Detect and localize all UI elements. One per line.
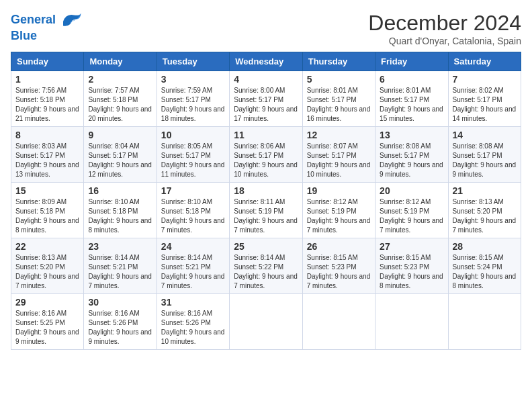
calendar-cell: 3 Sunrise: 7:59 AM Sunset: 5:17 PM Dayli… <box>157 71 229 127</box>
calendar-cell <box>302 294 375 350</box>
day-number: 13 <box>380 130 443 140</box>
calendar-cell: 9 Sunrise: 8:04 AM Sunset: 5:17 PM Dayli… <box>84 127 157 183</box>
day-info: Sunrise: 8:09 AM Sunset: 5:18 PM Dayligh… <box>15 197 79 235</box>
calendar-cell <box>230 294 302 350</box>
day-number: 1 <box>15 74 79 85</box>
calendar-cell: 5 Sunrise: 8:01 AM Sunset: 5:17 PM Dayli… <box>302 71 375 127</box>
calendar-cell: 30 Sunrise: 8:16 AM Sunset: 5:26 PM Dayl… <box>84 294 157 350</box>
day-info: Sunrise: 8:02 AM Sunset: 5:17 PM Dayligh… <box>453 86 517 124</box>
day-number: 20 <box>380 185 443 196</box>
day-number: 10 <box>161 130 225 140</box>
day-info: Sunrise: 8:13 AM Sunset: 5:20 PM Dayligh… <box>15 253 79 291</box>
day-number: 22 <box>15 241 79 252</box>
weekday-header: Wednesday <box>230 52 302 71</box>
calendar-cell: 29 Sunrise: 8:16 AM Sunset: 5:25 PM Dayl… <box>11 294 84 350</box>
weekday-header: Thursday <box>302 52 375 71</box>
calendar-cell <box>448 294 521 350</box>
calendar-cell: 31 Sunrise: 8:16 AM Sunset: 5:26 PM Dayl… <box>157 294 229 350</box>
calendar-cell: 14 Sunrise: 8:08 AM Sunset: 5:17 PM Dayl… <box>448 127 521 183</box>
day-info: Sunrise: 8:01 AM Sunset: 5:17 PM Dayligh… <box>307 86 371 124</box>
calendar-cell: 1 Sunrise: 7:56 AM Sunset: 5:18 PM Dayli… <box>11 71 84 127</box>
calendar-week-row: 29 Sunrise: 8:16 AM Sunset: 5:25 PM Dayl… <box>11 294 521 350</box>
day-info: Sunrise: 8:15 AM Sunset: 5:24 PM Dayligh… <box>453 253 517 291</box>
day-info: Sunrise: 8:14 AM Sunset: 5:21 PM Dayligh… <box>88 253 152 291</box>
day-info: Sunrise: 8:14 AM Sunset: 5:21 PM Dayligh… <box>161 253 225 291</box>
calendar-cell: 8 Sunrise: 8:03 AM Sunset: 5:17 PM Dayli… <box>11 127 84 183</box>
day-info: Sunrise: 8:01 AM Sunset: 5:17 PM Dayligh… <box>380 86 443 124</box>
day-info: Sunrise: 7:57 AM Sunset: 5:18 PM Dayligh… <box>88 86 152 124</box>
day-info: Sunrise: 7:56 AM Sunset: 5:18 PM Dayligh… <box>15 86 79 124</box>
day-number: 18 <box>234 185 298 196</box>
day-number: 21 <box>453 185 517 196</box>
day-number: 30 <box>88 297 152 308</box>
calendar-cell: 23 Sunrise: 8:14 AM Sunset: 5:21 PM Dayl… <box>84 238 157 294</box>
day-number: 15 <box>15 185 79 196</box>
day-info: Sunrise: 8:16 AM Sunset: 5:25 PM Dayligh… <box>15 309 79 347</box>
day-number: 4 <box>234 74 298 85</box>
day-number: 28 <box>453 241 517 252</box>
day-number: 5 <box>307 74 371 85</box>
weekday-header: Monday <box>84 52 157 71</box>
day-info: Sunrise: 8:07 AM Sunset: 5:17 PM Dayligh… <box>307 142 371 179</box>
calendar-table: SundayMondayTuesdayWednesdayThursdayFrid… <box>11 52 521 350</box>
day-info: Sunrise: 8:16 AM Sunset: 5:26 PM Dayligh… <box>161 309 225 347</box>
page-header: General Blue December 2024 Quart d'Onyar… <box>11 11 521 46</box>
day-number: 14 <box>453 130 517 140</box>
day-number: 17 <box>161 185 225 196</box>
calendar-cell: 12 Sunrise: 8:07 AM Sunset: 5:17 PM Dayl… <box>302 127 375 183</box>
calendar-cell <box>375 294 448 350</box>
day-info: Sunrise: 8:16 AM Sunset: 5:26 PM Dayligh… <box>88 309 152 347</box>
weekday-header: Saturday <box>448 52 521 71</box>
day-info: Sunrise: 8:03 AM Sunset: 5:17 PM Dayligh… <box>15 142 79 179</box>
location: Quart d'Onyar, Catalonia, Spain <box>368 36 521 46</box>
calendar-cell: 6 Sunrise: 8:01 AM Sunset: 5:17 PM Dayli… <box>375 71 448 127</box>
calendar-cell: 20 Sunrise: 8:12 AM Sunset: 5:19 PM Dayl… <box>375 183 448 238</box>
calendar-cell: 24 Sunrise: 8:14 AM Sunset: 5:21 PM Dayl… <box>157 238 229 294</box>
day-number: 16 <box>88 185 152 196</box>
calendar-cell: 4 Sunrise: 8:00 AM Sunset: 5:17 PM Dayli… <box>230 71 302 127</box>
weekday-header-row: SundayMondayTuesdayWednesdayThursdayFrid… <box>11 52 521 71</box>
day-number: 19 <box>307 185 371 196</box>
day-info: Sunrise: 8:15 AM Sunset: 5:23 PM Dayligh… <box>380 253 443 291</box>
day-info: Sunrise: 8:08 AM Sunset: 5:17 PM Dayligh… <box>453 142 517 179</box>
day-number: 8 <box>15 130 79 140</box>
day-info: Sunrise: 8:12 AM Sunset: 5:19 PM Dayligh… <box>307 197 371 235</box>
logo: General Blue <box>11 11 82 43</box>
day-info: Sunrise: 8:04 AM Sunset: 5:17 PM Dayligh… <box>88 142 152 179</box>
calendar-week-row: 8 Sunrise: 8:03 AM Sunset: 5:17 PM Dayli… <box>11 127 521 183</box>
weekday-header: Friday <box>375 52 448 71</box>
day-number: 3 <box>161 74 225 85</box>
day-info: Sunrise: 8:10 AM Sunset: 5:18 PM Dayligh… <box>88 197 152 235</box>
calendar-cell: 26 Sunrise: 8:15 AM Sunset: 5:23 PM Dayl… <box>302 238 375 294</box>
calendar-cell: 25 Sunrise: 8:14 AM Sunset: 5:22 PM Dayl… <box>230 238 302 294</box>
day-info: Sunrise: 8:06 AM Sunset: 5:17 PM Dayligh… <box>234 142 298 179</box>
day-number: 2 <box>88 74 152 85</box>
weekday-header: Sunday <box>11 52 84 71</box>
calendar-cell: 15 Sunrise: 8:09 AM Sunset: 5:18 PM Dayl… <box>11 183 84 238</box>
day-number: 12 <box>307 130 371 140</box>
calendar-week-row: 1 Sunrise: 7:56 AM Sunset: 5:18 PM Dayli… <box>11 71 521 127</box>
calendar-cell: 27 Sunrise: 8:15 AM Sunset: 5:23 PM Dayl… <box>375 238 448 294</box>
calendar-cell: 28 Sunrise: 8:15 AM Sunset: 5:24 PM Dayl… <box>448 238 521 294</box>
calendar-week-row: 15 Sunrise: 8:09 AM Sunset: 5:18 PM Dayl… <box>11 183 521 238</box>
calendar-cell: 19 Sunrise: 8:12 AM Sunset: 5:19 PM Dayl… <box>302 183 375 238</box>
day-number: 29 <box>15 297 79 308</box>
calendar-week-row: 22 Sunrise: 8:13 AM Sunset: 5:20 PM Dayl… <box>11 238 521 294</box>
day-number: 9 <box>88 130 152 140</box>
logo-bird-icon <box>60 11 82 30</box>
calendar-cell: 21 Sunrise: 8:13 AM Sunset: 5:20 PM Dayl… <box>448 183 521 238</box>
day-info: Sunrise: 8:15 AM Sunset: 5:23 PM Dayligh… <box>307 253 371 291</box>
day-info: Sunrise: 8:14 AM Sunset: 5:22 PM Dayligh… <box>234 253 298 291</box>
day-info: Sunrise: 8:11 AM Sunset: 5:19 PM Dayligh… <box>234 197 298 235</box>
day-info: Sunrise: 8:05 AM Sunset: 5:17 PM Dayligh… <box>161 142 225 179</box>
day-number: 6 <box>380 74 443 85</box>
weekday-header: Tuesday <box>157 52 229 71</box>
month-title: December 2024 <box>368 11 521 36</box>
calendar-cell: 13 Sunrise: 8:08 AM Sunset: 5:17 PM Dayl… <box>375 127 448 183</box>
calendar-cell: 22 Sunrise: 8:13 AM Sunset: 5:20 PM Dayl… <box>11 238 84 294</box>
calendar-cell: 11 Sunrise: 8:06 AM Sunset: 5:17 PM Dayl… <box>230 127 302 183</box>
day-number: 26 <box>307 241 371 252</box>
title-section: December 2024 Quart d'Onyar, Catalonia, … <box>368 11 521 46</box>
day-info: Sunrise: 8:13 AM Sunset: 5:20 PM Dayligh… <box>453 197 517 235</box>
calendar-cell: 17 Sunrise: 8:10 AM Sunset: 5:18 PM Dayl… <box>157 183 229 238</box>
